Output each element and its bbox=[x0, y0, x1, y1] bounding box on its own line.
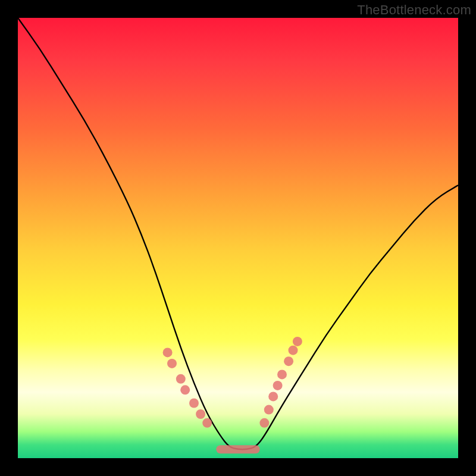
watermark-text: TheBottleneck.com bbox=[357, 2, 471, 18]
data-marker bbox=[284, 356, 293, 366]
data-marker bbox=[277, 369, 287, 379]
data-marker bbox=[167, 359, 177, 368]
data-marker bbox=[293, 337, 302, 346]
markers-left-cluster bbox=[163, 347, 212, 427]
data-marker bbox=[264, 405, 274, 415]
data-marker bbox=[268, 392, 278, 401]
data-marker bbox=[196, 409, 205, 419]
curve-svg bbox=[18, 18, 458, 458]
data-marker bbox=[202, 418, 212, 428]
data-marker bbox=[180, 385, 190, 394]
data-marker bbox=[176, 374, 186, 384]
data-marker bbox=[273, 381, 283, 390]
data-marker bbox=[289, 346, 298, 355]
data-marker bbox=[163, 347, 173, 357]
chart-frame: TheBottleneck.com bbox=[0, 0, 476, 476]
bottleneck-curve bbox=[18, 18, 458, 449]
data-marker bbox=[259, 418, 269, 428]
data-marker bbox=[189, 399, 199, 408]
